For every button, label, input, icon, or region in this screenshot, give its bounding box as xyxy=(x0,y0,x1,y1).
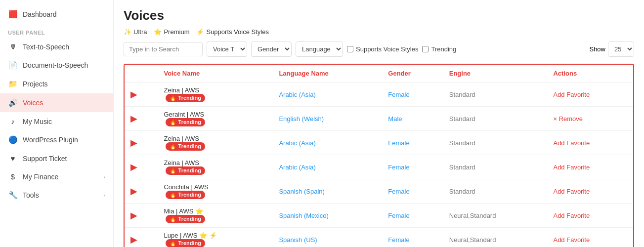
table-row: ▶Zeina | AWS🔥 TrendingArabic (Asia)Femal… xyxy=(125,155,633,179)
language-select[interactable]: Language xyxy=(296,41,343,57)
play-cell: ▶ xyxy=(125,228,158,247)
sidebar-item-voices[interactable]: 🔊 Voices xyxy=(0,93,113,112)
voice-name-cell: Zeina | AWS🔥 Trending xyxy=(158,131,273,155)
voice-styles-checkbox[interactable] xyxy=(347,46,353,52)
chevron-right-icon: › xyxy=(103,174,105,180)
sidebar-section-user-panel: USER PANEL xyxy=(0,24,113,38)
action-cell: × Remove xyxy=(547,107,633,131)
gender-value: Male xyxy=(388,115,402,123)
trending-checkbox[interactable] xyxy=(422,46,429,52)
gender-cell: Female xyxy=(382,82,443,107)
add-favorite-button[interactable]: Add Favorite xyxy=(553,164,590,171)
star-icon: ⭐ xyxy=(199,232,207,239)
trending-badge: 🔥 Trending xyxy=(166,166,205,175)
engine-value: Standard xyxy=(449,139,475,147)
premium-label: Premium xyxy=(164,28,189,36)
language-link[interactable]: Spanish (Mexico) xyxy=(279,212,328,219)
star-icon: ⭐ xyxy=(154,28,162,36)
th-play xyxy=(125,65,158,82)
add-favorite-button[interactable]: Add Favorite xyxy=(553,91,590,98)
heart-icon: ♥ xyxy=(8,154,18,163)
document-icon: 📄 xyxy=(8,61,18,70)
table-header-row: Voice Name Language Name Gender Engine A… xyxy=(125,65,633,82)
voice-styles-checkbox-group[interactable]: Supports Voice Styles xyxy=(347,45,418,53)
add-favorite-button[interactable]: Add Favorite xyxy=(553,236,590,244)
gender-value: Female xyxy=(388,212,409,219)
play-cell: ▶ xyxy=(125,204,158,228)
engine-cell: Neural,Standard xyxy=(443,228,548,247)
add-favorite-button[interactable]: Add Favorite xyxy=(553,212,590,219)
engine-cell: Standard xyxy=(443,131,548,155)
language-link[interactable]: Spanish (US) xyxy=(279,236,317,244)
voices-table: Voice Name Language Name Gender Engine A… xyxy=(125,65,633,247)
trending-checkbox-group[interactable]: Trending xyxy=(422,45,456,53)
show-group: Show 25 xyxy=(589,41,634,57)
sidebar-item-label: Document-to-Speech xyxy=(23,61,88,69)
sidebar-item-support-ticket[interactable]: ♥ Support Ticket xyxy=(0,149,113,167)
sidebar-item-label: WordPress Plugin xyxy=(23,136,78,144)
language-link[interactable]: Arabic (Asia) xyxy=(279,164,315,171)
engine-value: Neural,Standard xyxy=(449,236,496,244)
remove-button[interactable]: × Remove xyxy=(553,115,583,123)
language-link[interactable]: Arabic (Asia) xyxy=(279,139,315,147)
engine-value: Standard xyxy=(449,164,475,171)
play-button[interactable]: ▶ xyxy=(130,162,137,172)
table-row: ▶Lupe | AWS ⭐ ⚡🔥 TrendingSpanish (US)Fem… xyxy=(125,228,633,247)
trending-badge: 🔥 Trending xyxy=(166,94,205,102)
voice-name-cell: Lupe | AWS ⭐ ⚡🔥 Trending xyxy=(158,228,273,247)
add-favorite-button[interactable]: Add Favorite xyxy=(553,139,590,147)
sidebar-item-document-to-speech[interactable]: 📄 Document-to-Speech xyxy=(0,56,113,75)
search-input[interactable] xyxy=(124,42,203,56)
voice-name: Mia | AWS ⭐ xyxy=(164,207,203,215)
language-cell: Spanish (Mexico) xyxy=(273,204,382,228)
play-button[interactable]: ▶ xyxy=(130,138,137,148)
tools-icon: 🔧 xyxy=(8,191,18,200)
trending-badge: 🔥 Trending xyxy=(166,215,205,223)
trending-badge: 🔥 Trending xyxy=(166,142,205,151)
voice-name: Zeina | AWS xyxy=(164,135,199,142)
action-cell: Add Favorite xyxy=(547,82,633,107)
language-link[interactable]: Arabic (Asia) xyxy=(279,91,315,98)
play-button[interactable]: ▶ xyxy=(130,186,137,196)
sidebar: 🟥 Dashboard USER PANEL 🎙 Text-to-Speech … xyxy=(0,0,114,247)
play-button[interactable]: ▶ xyxy=(130,89,137,99)
gender-select[interactable]: Gender xyxy=(251,41,292,57)
sidebar-item-my-music[interactable]: ♪ My Music xyxy=(0,112,113,130)
voice-name: Conchita | AWS xyxy=(164,183,208,191)
language-cell: Arabic (Asia) xyxy=(273,131,382,155)
main-content: Voices ✨ Ultra ⭐ Premium ⚡ Supports Voic… xyxy=(114,0,644,247)
chevron-right-icon: › xyxy=(103,192,105,198)
language-link[interactable]: Spanish (Spain) xyxy=(279,188,325,195)
page-title: Voices xyxy=(124,8,634,23)
voice-name: Zeina | AWS xyxy=(164,86,199,94)
trending-badge: 🔥 Trending xyxy=(166,239,205,247)
sidebar-item-text-to-speech[interactable]: 🎙 Text-to-Speech xyxy=(0,38,113,56)
voice-name-cell: Zeina | AWS🔥 Trending xyxy=(158,82,273,107)
sidebar-item-dashboard[interactable]: 🟥 Dashboard xyxy=(0,5,113,24)
sidebar-item-my-finance[interactable]: $ My Finance › xyxy=(0,167,113,186)
mic-icon: 🎙 xyxy=(8,42,18,51)
voice-type-select[interactable]: Voice T xyxy=(207,41,247,57)
sidebar-item-projects[interactable]: 📁 Projects xyxy=(0,75,113,93)
add-favorite-button[interactable]: Add Favorite xyxy=(553,188,590,195)
action-cell: Add Favorite xyxy=(547,155,633,179)
sidebar-item-label: Tools xyxy=(23,191,39,199)
sidebar-item-label: Projects xyxy=(23,80,48,88)
show-select[interactable]: 25 xyxy=(608,41,634,57)
language-link[interactable]: English (Welsh) xyxy=(279,115,324,123)
action-cell: Add Favorite xyxy=(547,131,633,155)
engine-cell: Standard xyxy=(443,82,548,107)
engine-cell: Standard xyxy=(443,155,548,179)
sidebar-item-wordpress-plugin[interactable]: 🔵 WordPress Plugin xyxy=(0,130,113,149)
play-button[interactable]: ▶ xyxy=(130,235,137,245)
voice-name: Lupe | AWS ⭐ ⚡ xyxy=(164,232,216,239)
play-cell: ▶ xyxy=(125,155,158,179)
play-cell: ▶ xyxy=(125,107,158,131)
play-button[interactable]: ▶ xyxy=(130,114,137,124)
play-button[interactable]: ▶ xyxy=(130,210,137,220)
sidebar-item-tools[interactable]: 🔧 Tools › xyxy=(0,186,113,205)
gender-value: Female xyxy=(388,188,409,195)
engine-value: Neural,Standard xyxy=(449,212,496,219)
engine-value: Standard xyxy=(449,91,475,98)
play-cell: ▶ xyxy=(125,131,158,155)
